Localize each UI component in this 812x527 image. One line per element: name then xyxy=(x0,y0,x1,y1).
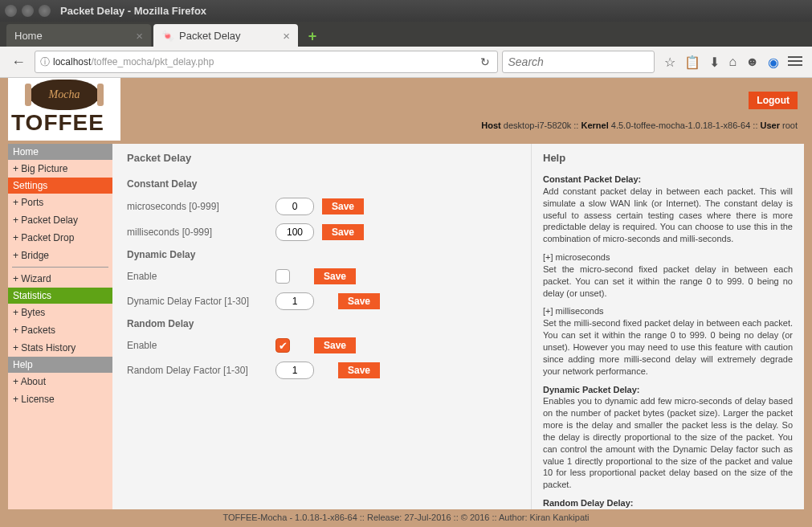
input-random-factor[interactable] xyxy=(275,362,314,379)
bookmark-icon[interactable]: ☆ xyxy=(664,55,675,70)
sidebar-item-wizard[interactable]: + Wizard xyxy=(8,270,112,288)
favicon-icon: 🍬 xyxy=(161,29,174,42)
help-text: Set the micro-second fixed packet delay … xyxy=(543,264,793,298)
back-button[interactable]: ← xyxy=(6,50,31,74)
help-panel: Help Constant Packet Delay:Add constant … xyxy=(531,144,804,509)
sidebar-item-statistics[interactable]: Statistics xyxy=(8,288,112,304)
help-h5: Random Delay Delay: xyxy=(543,498,633,508)
window-title: Packet Delay - Mozilla Firefox xyxy=(60,5,206,17)
refresh-icon[interactable]: ↻ xyxy=(477,55,493,68)
input-dynamic-factor[interactable] xyxy=(275,292,314,310)
sidebar-item-help[interactable]: Help xyxy=(8,357,112,373)
section-dynamic: Dynamic Delay xyxy=(127,249,516,260)
toolbar-icons: ☆ 📋 ⬇ ⌂ ☻ ◉ xyxy=(661,55,806,70)
section-constant: Constant Delay xyxy=(127,178,516,190)
help-h2: [+] microseconds xyxy=(543,252,610,262)
tab-packet-delay[interactable]: 🍬 Packet Delay × xyxy=(153,24,298,47)
close-icon[interactable]: × xyxy=(283,29,290,43)
divider xyxy=(12,267,108,268)
tab-home[interactable]: Home × xyxy=(6,24,151,47)
input-milliseconds[interactable] xyxy=(275,223,314,241)
url-bar[interactable]: ⓘ localhost/toffee_mocha/pkt_delay.php ↻ xyxy=(35,51,498,73)
input-microseconds[interactable] xyxy=(275,198,314,215)
sidebar-item-about[interactable]: + About xyxy=(8,373,112,390)
url-host: localhost xyxy=(53,56,91,67)
window-titlebar: Packet Delay - Mozilla Firefox xyxy=(0,0,812,22)
sidebar-item-settings[interactable]: Settings xyxy=(8,178,112,194)
sidebar-item-packets[interactable]: + Packets xyxy=(8,321,112,339)
section-random: Random Delay xyxy=(127,318,516,329)
main-panel: Packet Delay Constant Delay microseconds… xyxy=(112,144,531,509)
logo-script: Mocha xyxy=(49,88,80,101)
logo: Mocha TOFFEE xyxy=(8,78,120,141)
label-enable-dynamic: Enable xyxy=(127,271,275,282)
url-path: /toffee_mocha/pkt_delay.php xyxy=(91,56,214,67)
sidebar-item-bytes[interactable]: + Bytes xyxy=(8,304,112,321)
close-icon[interactable]: × xyxy=(136,29,143,43)
sidebar-item-packet-drop[interactable]: + Packet Drop xyxy=(8,229,112,247)
label-milliseconds: milliseconds [0-999] xyxy=(127,227,275,238)
save-button[interactable]: Save xyxy=(314,268,356,284)
checkbox-enable-dynamic[interactable] xyxy=(275,269,290,284)
help-text: Enables you to dynamic add few micro-sec… xyxy=(543,396,793,489)
save-button[interactable]: Save xyxy=(338,362,380,378)
help-text: Set the milli-second fixed packet delay … xyxy=(543,318,793,375)
label-dynamic-factor: Dynamic Delay Factor [1-30] xyxy=(127,296,275,307)
page-title: Packet Delay xyxy=(127,152,516,164)
sidebar-item-packet-delay[interactable]: + Packet Delay xyxy=(8,211,112,229)
help-h3: [+] milliseconds xyxy=(543,306,604,316)
tab-label: Home xyxy=(14,30,43,42)
browser-nav-bar: ← ⓘ localhost/toffee_mocha/pkt_delay.php… xyxy=(0,47,812,78)
window-close-icon[interactable] xyxy=(5,5,17,17)
logout-button[interactable]: Logout xyxy=(749,92,798,109)
help-text: Add constant packet delay in between eac… xyxy=(543,186,793,243)
label-random-factor: Random Delay Factor [1-30] xyxy=(127,365,275,376)
save-button[interactable]: Save xyxy=(322,224,364,240)
sidebar-item-home[interactable]: Home xyxy=(8,144,112,160)
download-icon[interactable]: ⬇ xyxy=(709,55,720,70)
search-input[interactable] xyxy=(508,55,650,68)
window-max-icon[interactable] xyxy=(39,5,51,17)
sidebar-item-bigpicture[interactable]: + Big Picture xyxy=(8,160,112,178)
help-h1: Constant Packet Delay: xyxy=(543,174,641,184)
search-bar[interactable] xyxy=(502,51,655,73)
clipboard-icon[interactable]: 📋 xyxy=(684,55,700,70)
chat-icon[interactable]: ☻ xyxy=(745,55,759,69)
label-enable-random: Enable xyxy=(127,340,275,351)
checkbox-enable-random[interactable] xyxy=(275,338,290,353)
logo-text: TOFFEE xyxy=(8,112,120,134)
new-tab-button[interactable]: + xyxy=(304,27,321,45)
window-min-icon[interactable] xyxy=(22,5,34,17)
save-button[interactable]: Save xyxy=(338,293,380,309)
sidebar-item-bridge[interactable]: + Bridge xyxy=(8,247,112,264)
sidebar: Home + Big Picture Settings + Ports + Pa… xyxy=(8,144,112,509)
menu-icon[interactable] xyxy=(788,56,802,66)
footer: TOFFEE-Mocha - 1.0.18-1-x86-64 :: Releas… xyxy=(0,509,812,524)
media-icon[interactable]: ◉ xyxy=(768,55,779,70)
home-icon[interactable]: ⌂ xyxy=(728,55,737,69)
tab-label: Packet Delay xyxy=(179,30,241,42)
help-title: Help xyxy=(543,152,793,164)
save-button[interactable]: Save xyxy=(314,337,356,353)
label-microseconds: microseconds [0-999] xyxy=(127,201,275,212)
sidebar-item-stats-history[interactable]: + Stats History xyxy=(8,339,112,357)
sidebar-item-license[interactable]: + License xyxy=(8,390,112,408)
help-h4: Dynamic Packet Delay: xyxy=(543,385,639,394)
host-info: Host desktop-i7-5820k :: Kernel 4.5.0-to… xyxy=(481,121,798,130)
info-icon[interactable]: ⓘ xyxy=(40,55,50,69)
browser-tab-bar: Home × 🍬 Packet Delay × + xyxy=(0,22,812,47)
save-button[interactable]: Save xyxy=(322,198,364,214)
sidebar-item-ports[interactable]: + Ports xyxy=(8,194,112,211)
